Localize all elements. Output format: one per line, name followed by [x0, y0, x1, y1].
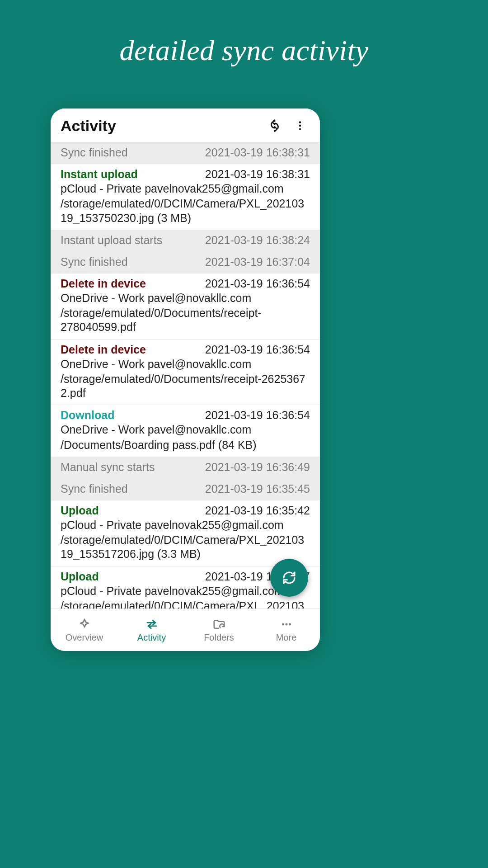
row-timestamp: 2021-03-19 16:36:54 [205, 277, 310, 290]
svg-point-2 [299, 128, 301, 130]
row-timestamp: 2021-03-19 16:38:31 [205, 146, 310, 159]
row-title: Download [61, 409, 114, 422]
svg-point-1 [299, 125, 301, 127]
row-title: Sync finished [61, 146, 128, 159]
row-title: Sync finished [61, 255, 128, 269]
row-title: Delete in device [61, 277, 146, 290]
row-path: /Documents/Boarding pass.pdf (84 KB) [61, 438, 310, 452]
sync-fab[interactable] [270, 559, 308, 597]
svg-point-3 [282, 623, 284, 626]
row-path: /storage/emulated/0/DCIM/Camera/PXL_2021… [61, 599, 310, 609]
nav-label: Folders [204, 632, 234, 643]
activity-row[interactable]: Download2021-03-19 16:36:54OneDrive - Wo… [51, 405, 320, 457]
status-row: Instant upload starts2021-03-19 16:38:24 [51, 230, 320, 252]
nav-overview[interactable]: Overview [51, 609, 118, 651]
nav-label: Activity [137, 632, 166, 643]
sync-icon[interactable] [265, 116, 285, 136]
nav-label: More [276, 632, 297, 643]
svg-point-4 [285, 623, 287, 626]
more-vert-icon[interactable] [290, 116, 310, 136]
row-timestamp: 2021-03-19 16:36:54 [205, 409, 310, 422]
status-row: Sync finished2021-03-19 16:35:45 [51, 479, 320, 500]
app-bar: Activity [51, 108, 320, 142]
row-account: OneDrive - Work pavel@novakllc.com [61, 357, 310, 371]
nav-label: Overview [66, 632, 103, 643]
row-timestamp: 2021-03-19 16:37:04 [205, 255, 310, 269]
row-timestamp: 2021-03-19 16:35:45 [205, 482, 310, 495]
row-timestamp: 2021-03-19 16:38:24 [205, 234, 310, 247]
promo-title: detailed sync activity [0, 0, 488, 67]
row-account: OneDrive - Work pavel@novakllc.com [61, 423, 310, 437]
activity-list[interactable]: Sync finished2021-03-19 16:38:31Instant … [51, 142, 320, 609]
folder-sync-icon [212, 617, 226, 632]
row-title: Instant upload starts [61, 234, 162, 247]
row-title: Sync finished [61, 482, 128, 495]
activity-row[interactable]: Delete in device2021-03-19 16:36:54OneDr… [51, 340, 320, 406]
svg-point-0 [299, 121, 301, 123]
activity-row[interactable]: Instant upload2021-03-19 16:38:31pCloud … [51, 164, 320, 230]
nav-folders[interactable]: Folders [185, 609, 253, 651]
row-timestamp: 2021-03-19 16:36:49 [205, 461, 310, 474]
row-title: Manual sync starts [61, 461, 155, 474]
nav-activity[interactable]: Activity [118, 609, 185, 651]
sparkle-icon [78, 617, 91, 632]
row-account: pCloud - Private pavelnovak255@gmail.com [61, 182, 310, 196]
phone-frame: Activity Sync finished2021-03-19 16:38:3… [51, 108, 320, 651]
svg-point-5 [289, 623, 291, 626]
transfer-icon [144, 617, 160, 632]
row-title: Upload [61, 570, 99, 583]
page-title: Activity [61, 117, 259, 135]
row-account: OneDrive - Work pavel@novakllc.com [61, 291, 310, 305]
row-timestamp: 2021-03-19 16:38:31 [205, 168, 310, 181]
row-path: /storage/emulated/0/Documents/receipt-27… [61, 306, 310, 335]
row-timestamp: 2021-03-19 16:35:42 [205, 504, 310, 517]
activity-row[interactable]: Upload2021-03-19 16:35:42pCloud - Privat… [51, 500, 320, 566]
nav-more[interactable]: More [253, 609, 320, 651]
row-path: /storage/emulated/0/Documents/receipt-26… [61, 372, 310, 401]
row-account: pCloud - Private pavelnovak255@gmail.com [61, 518, 310, 532]
bottom-nav: Overview Activity Folders [51, 609, 320, 651]
row-title: Delete in device [61, 343, 146, 356]
row-path: /storage/emulated/0/DCIM/Camera/PXL_2021… [61, 197, 310, 225]
row-title: Instant upload [61, 168, 138, 181]
activity-row[interactable]: Delete in device2021-03-19 16:36:54OneDr… [51, 274, 320, 340]
status-row: Sync finished2021-03-19 16:38:31 [51, 142, 320, 164]
row-title: Upload [61, 504, 99, 517]
status-row: Sync finished2021-03-19 16:37:04 [51, 252, 320, 274]
row-path: /storage/emulated/0/DCIM/Camera/PXL_2021… [61, 533, 310, 561]
dots-horizontal-icon [279, 617, 294, 632]
row-timestamp: 2021-03-19 16:36:54 [205, 343, 310, 356]
status-row: Manual sync starts2021-03-19 16:36:49 [51, 457, 320, 479]
